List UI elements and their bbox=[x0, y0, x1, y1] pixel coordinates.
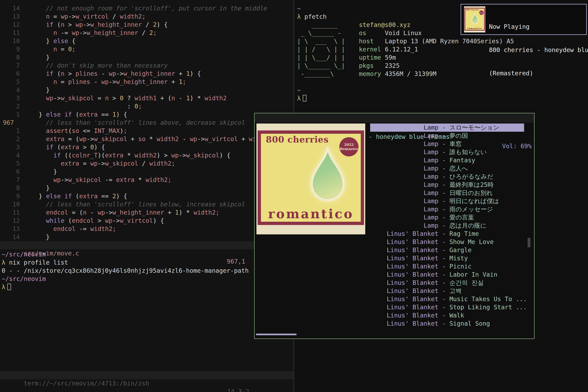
queue-item[interactable]: Linus' Blanket - Signal Song bbox=[370, 320, 524, 328]
code-line[interactable]: 7 // don't skip more than necessary bbox=[0, 62, 294, 70]
queue-item-artist: Linus' Blanket bbox=[370, 246, 438, 254]
queue-item[interactable]: Linus' Blanket - Gargle bbox=[370, 246, 524, 254]
line-number: 3 bbox=[0, 94, 24, 102]
queue-item-title: 순간의 진실 bbox=[449, 279, 484, 286]
queue-item[interactable]: Linus' Blanket - Labor In Vain bbox=[370, 270, 524, 279]
code-line[interactable]: 1 } else if (extra == 1) { bbox=[0, 110, 294, 118]
code-line[interactable]: 14 } bbox=[0, 233, 294, 241]
terminal-line[interactable]: λ bbox=[2, 283, 249, 291]
queue-item[interactable]: Lamp - 日曜日のお別れ bbox=[370, 189, 524, 197]
terminal-line[interactable]: ~/src/neovim bbox=[2, 250, 249, 258]
shell-prompt[interactable]: λ bbox=[297, 94, 306, 102]
queue-item[interactable]: Lamp - 恋人へ bbox=[370, 164, 524, 172]
code-line[interactable]: 3 if (extra > 0) { bbox=[0, 143, 294, 151]
code-line[interactable]: 10 // less than 'scrolloff' lines below,… bbox=[0, 200, 294, 208]
queue-item[interactable]: Lamp - 夢の国 bbox=[370, 132, 524, 140]
queue-item[interactable]: Lamp - 車窓 bbox=[370, 140, 524, 148]
code-line[interactable]: 14 // not enough room for 'scrolloff', p… bbox=[0, 4, 294, 12]
terminal-statusline: term://~/src/neovim//4713:/bin/zsh 14,3-… bbox=[0, 371, 294, 379]
code-line[interactable]: 12 while (endcol > wp->w_virtcol) { bbox=[0, 216, 294, 225]
queue-item-artist: Linus' Blanket bbox=[370, 262, 438, 270]
queue-item[interactable]: Lamp - 雨のメッセージ bbox=[370, 205, 524, 213]
queue-item[interactable]: Linus' Blanket - Show Me Love bbox=[370, 238, 524, 246]
terminal-line[interactable]: ~/src/neovim bbox=[2, 275, 249, 283]
queue-scrollbar-thumb[interactable] bbox=[528, 238, 530, 247]
queue-item-title: 愛の言葉 bbox=[449, 214, 474, 221]
queue-item[interactable]: Linus' Blanket - 고백 bbox=[370, 287, 524, 295]
code-line[interactable]: 10 } else { bbox=[0, 37, 294, 45]
code-line[interactable]: 3 wp->w_skipcol = n > 0 ? width1 + (n - … bbox=[0, 94, 294, 102]
queue-item-title: Misty bbox=[449, 254, 468, 262]
shell-command: λ pfetch bbox=[297, 13, 327, 21]
queue-item[interactable]: Linus' Blanket - Stop Liking Start ... bbox=[370, 303, 524, 311]
line-number: 11 bbox=[0, 208, 24, 216]
queue-item[interactable]: Lamp - Fantasy bbox=[370, 156, 524, 164]
line-number: 10 bbox=[0, 37, 24, 45]
notification-heading: Now Playing bbox=[489, 23, 588, 30]
music-player-window: [Playing] herries - honeydew blue (Remas… bbox=[254, 113, 534, 339]
queue-item[interactable]: Lamp - ひろがるなみだ bbox=[370, 172, 524, 181]
queue-item[interactable]: Linus' Blanket - Misty bbox=[370, 254, 524, 262]
code-line[interactable]: 967 // less than 'scrolloff' lines above… bbox=[0, 118, 294, 127]
queue-item-title: 고백 bbox=[449, 287, 462, 294]
terminal-line[interactable]: λ nix profile list bbox=[2, 258, 249, 267]
line-number: 9 bbox=[0, 45, 24, 53]
queue-item[interactable]: Lamp - 最終列車は25時 bbox=[370, 181, 524, 189]
queue-item[interactable]: Linus' Blanket - Picnic bbox=[370, 262, 524, 270]
queue-item[interactable]: Linus' Blanket - Music Takes Us To ... bbox=[370, 295, 524, 303]
queue-item-title: 夢の国 bbox=[449, 132, 468, 139]
code-line[interactable]: 2 : 0; bbox=[0, 102, 294, 110]
queue-item[interactable]: Lamp - スロ〜モ〜ション bbox=[370, 124, 524, 132]
line-number: 14 bbox=[0, 4, 24, 12]
code-line[interactable]: 11 n -= wp->w_height_inner / 2; bbox=[0, 29, 294, 37]
progress-bar[interactable] bbox=[256, 334, 296, 335]
code-line[interactable]: 9 n = 0; bbox=[0, 45, 294, 53]
code-line[interactable]: 11 endcol = (n - wp->w_height_inner + 1)… bbox=[0, 208, 294, 216]
remaster-badge-mini: 2022 Remaster bbox=[479, 10, 484, 15]
code-area[interactable]: 14 // not enough room for 'scrolloff', p… bbox=[0, 4, 294, 241]
queue-item-title: Rag Time bbox=[449, 230, 479, 237]
terminal-buffer[interactable]: ~/src/neovimλ nix profile list0 - - /nix… bbox=[2, 250, 249, 291]
line-number: 5 bbox=[0, 78, 24, 86]
code-line[interactable]: 4 if ((colnr_T)(extra * width2) > wp->w_… bbox=[0, 151, 294, 160]
code-line[interactable]: 4 } bbox=[0, 86, 294, 94]
queue-item[interactable]: Linus' Blanket - Walk bbox=[370, 311, 524, 320]
code-line[interactable]: 6 if (n > plines - wp->w_height_inner + … bbox=[0, 70, 294, 78]
code-line[interactable]: 8 } bbox=[0, 53, 294, 62]
teardrop-icon bbox=[471, 12, 479, 26]
code-line[interactable]: 1 assert(so <= INT_MAX); bbox=[0, 127, 294, 135]
line-number: 8 bbox=[0, 184, 24, 192]
queue-item[interactable]: Linus' Blanket - Rag Time bbox=[370, 230, 524, 238]
code-line[interactable]: 5 n = plines - wp->w_height_inner + 1; bbox=[0, 78, 294, 86]
terminal-buffer-name: term://~/src/neovim//4713:/bin/zsh bbox=[24, 380, 149, 387]
queue-item[interactable]: Lamp - 恋は月の蔭に bbox=[370, 222, 524, 230]
line-number: 13 bbox=[0, 225, 24, 233]
shell-prompt: ~ bbox=[297, 86, 301, 94]
code-line[interactable]: 12 if (n > wp->w_height_inner / 2) { bbox=[0, 20, 294, 29]
queue-item-title: Walk bbox=[449, 312, 464, 319]
line-number: 2 bbox=[0, 135, 24, 143]
code-line[interactable]: 9 } else if (extra == 2) { bbox=[0, 192, 294, 200]
code-line[interactable]: 13 endcol -= width2; bbox=[0, 225, 294, 233]
queue-item-artist: Linus' Blanket bbox=[370, 254, 438, 262]
line-number: 9 bbox=[0, 192, 24, 200]
code-line[interactable]: 2 extra = (wp->w_skipcol + so * width2 -… bbox=[0, 135, 294, 143]
code-line[interactable]: 8 } bbox=[0, 184, 294, 192]
queue-item-title: 恋人へ bbox=[449, 165, 468, 172]
queue-item[interactable]: Linus' Blanket - 순간의 진실 bbox=[370, 279, 524, 287]
now-playing-notification[interactable]: 800 cherries 2022 Remaster bbox=[460, 4, 587, 35]
terminal-cursor bbox=[7, 284, 11, 290]
line-number: 14 bbox=[0, 233, 24, 241]
code-line[interactable]: 6 } bbox=[0, 168, 294, 176]
terminal-line[interactable]: 0 - - /nix/store/cq3cx86h28j0y46ls0nhjzj… bbox=[2, 267, 249, 275]
queue-item[interactable]: Lamp - 愛の言葉 bbox=[370, 213, 524, 222]
line-number: 6 bbox=[0, 70, 24, 78]
code-line[interactable]: 5 extra = wp->w_skipcol / width2; bbox=[0, 160, 294, 168]
queue-item[interactable]: Lamp - 誰も知らない bbox=[370, 148, 524, 156]
code-line[interactable]: 7 wp->w_skipcol -= extra * width2; bbox=[0, 176, 294, 184]
queue-item-artist: Linus' Blanket bbox=[370, 230, 438, 238]
queue-item-artist: Lamp bbox=[370, 213, 438, 222]
code-line[interactable]: 13 n = wp->w_virtcol / width2; bbox=[0, 12, 294, 20]
line-number: 7 bbox=[0, 176, 24, 184]
queue-item[interactable]: Lamp - 明日になれば僕は bbox=[370, 197, 524, 205]
